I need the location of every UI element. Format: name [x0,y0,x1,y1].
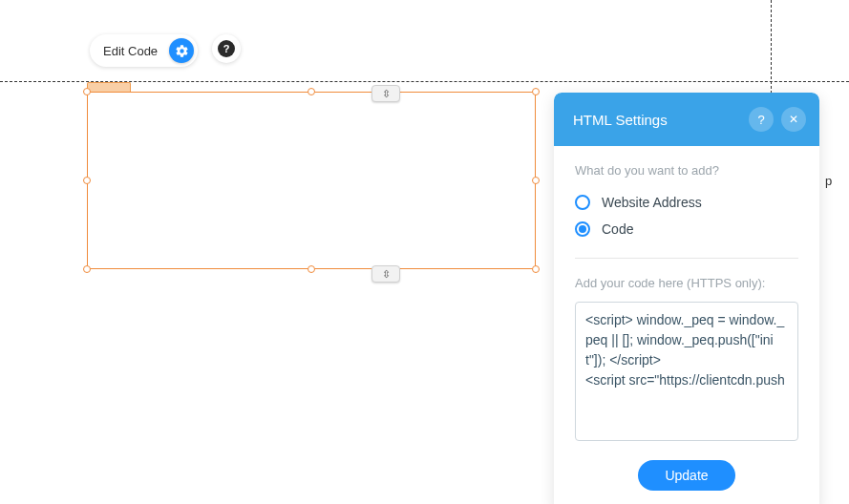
question-icon: ? [218,40,235,57]
resize-handle[interactable] [308,265,315,273]
edit-code-button[interactable]: Edit Code [103,44,161,58]
grip-icon: ⇳ [382,268,391,281]
panel-title: HTML Settings [573,112,741,128]
drag-handle-top[interactable]: ⇳ [371,85,400,102]
radio-icon [575,221,590,237]
resize-handle[interactable] [532,177,540,184]
radio-label: Code [602,221,633,237]
resize-handle[interactable] [83,265,91,273]
grip-icon: ⇳ [382,88,391,100]
radio-icon [575,195,590,210]
update-button[interactable]: Update [638,460,734,491]
resize-handle[interactable] [532,88,540,95]
selected-element-frame[interactable] [87,92,536,269]
gear-icon [175,44,189,58]
panel-help-button[interactable]: ? [749,107,774,132]
radio-label: Website Address [602,195,702,210]
add-question-label: What do you want to add? [575,163,798,178]
question-icon: ? [757,113,764,127]
close-icon: ✕ [789,113,798,126]
resize-handle[interactable] [83,177,91,184]
selection-tab [87,82,131,92]
element-toolbar: Edit Code [90,34,198,67]
resize-handle[interactable] [83,88,91,95]
radio-website-address[interactable]: Website Address [575,195,798,210]
resize-handle[interactable] [532,265,540,273]
divider [575,258,798,259]
resize-handle[interactable] [308,88,315,95]
code-textarea[interactable] [575,302,798,441]
canvas-label-fragment: p [825,174,832,188]
help-button[interactable]: ? [212,34,241,63]
radio-code[interactable]: Code [575,221,798,237]
settings-button[interactable] [169,38,194,63]
panel-header: HTML Settings ? ✕ [554,93,819,146]
panel-close-button[interactable]: ✕ [781,107,806,132]
code-section-label: Add your code here (HTTPS only): [575,276,798,290]
drag-handle-bottom[interactable]: ⇳ [371,265,400,283]
html-settings-panel: HTML Settings ? ✕ What do you want to ad… [554,93,819,504]
